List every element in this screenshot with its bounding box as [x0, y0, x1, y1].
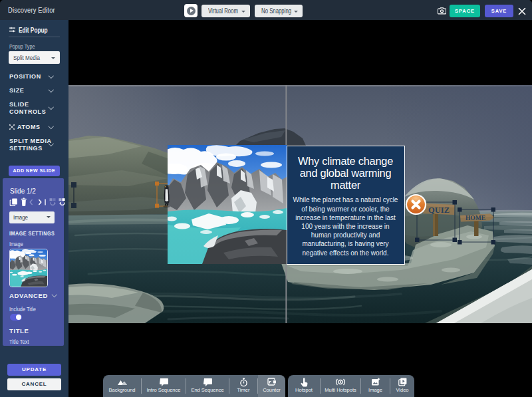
svg-text:QUIZ: QUIZ: [428, 205, 450, 215]
svg-text:HOME: HOME: [466, 215, 485, 221]
